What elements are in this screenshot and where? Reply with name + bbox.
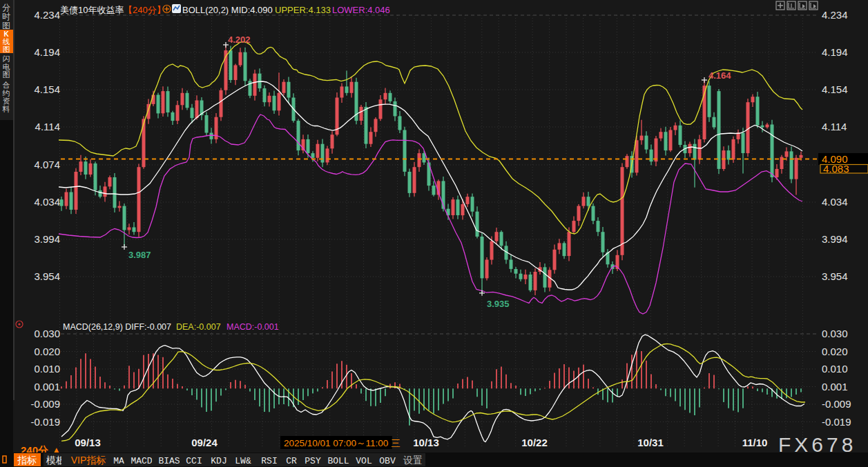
svg-text:-0.019: -0.019 [822,416,851,428]
svg-text:09/13: 09/13 [75,437,101,448]
svg-text:CCI: CCI [186,456,202,466]
svg-text:美债10年收益率: 美债10年收益率 [60,5,124,15]
svg-text:0.030: 0.030 [822,328,848,339]
svg-text:闪: 闪 [3,54,10,63]
svg-text:-0.009: -0.009 [822,398,851,410]
svg-text:4.234: 4.234 [34,9,60,21]
svg-text:-0.019: -0.019 [30,416,60,428]
svg-text:0.001: 0.001 [34,381,60,393]
svg-text:4.154: 4.154 [822,83,848,95]
svg-text:PSY: PSY [305,456,321,466]
svg-text:【240分】: 【240分】 [124,5,166,15]
svg-text:MACD(26,12,9) DIFF:-0.007: MACD(26,12,9) DIFF:-0.007 [63,322,171,332]
svg-text:4.234: 4.234 [822,9,848,21]
svg-text:0.020: 0.020 [822,346,848,357]
svg-text:VOL: VOL [356,456,372,466]
svg-text:0.010: 0.010 [822,363,848,375]
svg-text:合: 合 [3,81,10,89]
svg-text:VIP指标: VIP指标 [71,455,106,466]
svg-text:BIAS: BIAS [158,456,180,466]
svg-text:0.010: 0.010 [34,363,60,375]
svg-text:3.954: 3.954 [34,270,60,282]
svg-text:MACD: MACD [131,456,152,466]
svg-text:OBV: OBV [379,456,396,466]
svg-text:资: 资 [3,97,10,105]
svg-text:图: 图 [3,70,10,79]
svg-text:MACD:-0.001: MACD:-0.001 [226,322,279,332]
svg-text:时: 时 [2,12,10,21]
svg-text:指标: 指标 [17,455,37,466]
svg-text:0.030: 0.030 [34,328,60,339]
svg-text:MA: MA [113,456,124,466]
svg-text:4.202: 4.202 [228,34,251,45]
svg-text:2025/10/01 07:00～11:00 三: 2025/10/01 07:00～11:00 三 [284,438,401,448]
svg-text:3.954: 3.954 [822,270,848,282]
svg-text:LOWER:4.046: LOWER:4.046 [332,5,390,15]
svg-text:LW&: LW& [235,456,251,466]
svg-text:CR: CR [286,456,297,466]
svg-text:BOLL(20,2) MID:4.090: BOLL(20,2) MID:4.090 [182,5,273,15]
svg-text:图: 图 [3,45,10,53]
svg-text:图: 图 [2,21,10,30]
svg-text:3.935: 3.935 [487,299,510,309]
svg-text:分: 分 [2,3,10,12]
svg-text:10/31: 10/31 [637,437,664,448]
svg-text:4.034: 4.034 [34,196,60,208]
svg-text:电: 电 [3,63,10,71]
svg-text:约: 约 [2,89,10,97]
svg-text:11/10: 11/10 [742,437,768,448]
svg-text:4.034: 4.034 [822,196,848,208]
svg-text:09/24: 09/24 [191,437,218,448]
svg-text:4.164: 4.164 [708,70,731,81]
svg-text:BOLL: BOLL [327,456,349,466]
svg-text:0.020: 0.020 [34,346,60,357]
svg-text:4.194: 4.194 [822,46,848,58]
svg-text:UPPER:4.133: UPPER:4.133 [275,5,331,15]
svg-text:0.001: 0.001 [822,381,848,393]
svg-text:10/22: 10/22 [521,437,548,448]
svg-text:4.083: 4.083 [823,163,849,175]
svg-text:料: 料 [2,105,10,113]
svg-text:KDJ: KDJ [211,456,226,466]
svg-text:设置: 设置 [403,455,423,466]
svg-text:4.114: 4.114 [822,121,847,132]
svg-text:4.154: 4.154 [34,83,60,95]
svg-text:4.114: 4.114 [35,121,60,132]
svg-text:4.194: 4.194 [34,46,60,58]
svg-text:-0.009: -0.009 [30,398,60,410]
svg-text:10/13: 10/13 [413,437,439,448]
svg-text:4.074: 4.074 [34,159,60,170]
svg-text:3.994: 3.994 [822,233,848,245]
svg-text:DEA:-0.007: DEA:-0.007 [176,322,221,332]
svg-text:3.987: 3.987 [128,250,151,260]
svg-text:3.994: 3.994 [34,233,60,245]
svg-text:RSI: RSI [261,456,277,466]
